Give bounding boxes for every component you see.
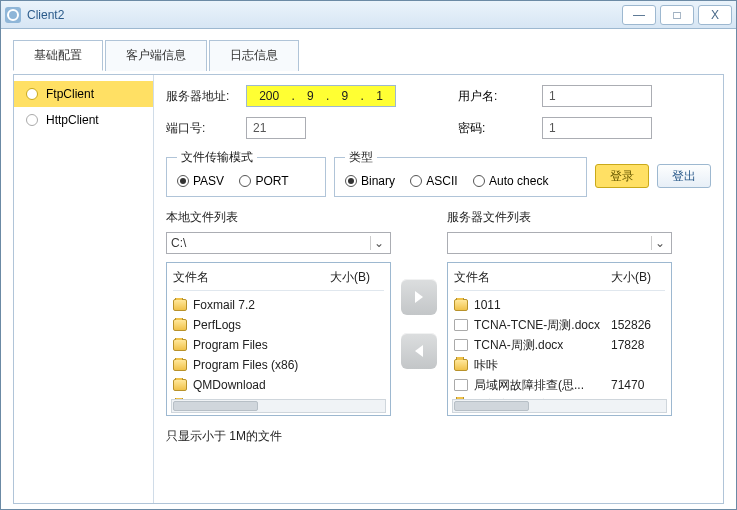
local-drive-combo[interactable]: C:\⌄ [166, 232, 391, 254]
minimize-button[interactable]: — [622, 5, 656, 25]
list-item[interactable]: TCNA-周测.docx17828 [454, 335, 665, 355]
tab-client-info[interactable]: 客户端信息 [105, 40, 207, 71]
maximize-button[interactable]: □ [660, 5, 694, 25]
file-icon [454, 339, 468, 351]
login-button[interactable]: 登录 [595, 164, 649, 188]
sidebar-item-httpclient[interactable]: HttpClient [14, 107, 153, 133]
list-item[interactable]: Foxmail 7.2 [173, 295, 384, 315]
username-label: 用户名: [458, 88, 506, 105]
local-list-column: 本地文件列表 C:\⌄ 文件名 大小(B) Foxmail 7.2PerfLog… [166, 209, 391, 416]
sidebar-dot-icon [26, 88, 38, 100]
logout-button[interactable]: 登出 [657, 164, 711, 188]
col-name: 文件名 [454, 269, 611, 286]
radio-pasv[interactable]: PASV [177, 174, 224, 188]
sidebar-item-label: FtpClient [46, 87, 94, 101]
folder-icon [173, 319, 187, 331]
col-size: 大小(B) [330, 269, 384, 286]
file-name: Program Files [193, 338, 268, 352]
server-label: 服务器地址: [166, 88, 246, 105]
radio-dot-icon [473, 175, 485, 187]
file-size: 17828 [611, 338, 665, 352]
sidebar-item-label: HttpClient [46, 113, 99, 127]
sidebar-dot-icon [26, 114, 38, 126]
sidebar-item-ftpclient[interactable]: FtpClient [14, 81, 153, 107]
file-name: Foxmail 7.2 [193, 298, 255, 312]
radio-binary[interactable]: Binary [345, 174, 395, 188]
file-name: PerfLogs [193, 318, 241, 332]
tab-basic-config[interactable]: 基础配置 [13, 40, 103, 71]
radio-dot-icon [239, 175, 251, 187]
list-item[interactable]: Program Files [173, 335, 384, 355]
upload-button[interactable] [401, 279, 437, 315]
list-item[interactable]: QMDownload [173, 375, 384, 395]
local-file-list: 文件名 大小(B) Foxmail 7.2PerfLogsProgram Fil… [166, 262, 391, 416]
footer-note: 只显示小于 1M的文件 [166, 428, 711, 445]
list-item[interactable]: 1011 [454, 295, 665, 315]
radio-dot-icon [177, 175, 189, 187]
folder-icon [173, 339, 187, 351]
radio-port[interactable]: PORT [239, 174, 288, 188]
chevron-down-icon: ⌄ [370, 236, 386, 250]
sidebar: FtpClient HttpClient [14, 75, 154, 503]
window-title: Client2 [27, 8, 64, 22]
col-size: 大小(B) [611, 269, 665, 286]
file-name: 咔咔 [474, 357, 498, 374]
app-window: Client2 — □ X 基础配置 客户端信息 日志信息 FtpClient … [0, 0, 737, 510]
folder-icon [173, 359, 187, 371]
content-pane: FtpClient HttpClient 服务器地址: 200. 9. 9. 1 [13, 74, 724, 504]
tabbar: 基础配置 客户端信息 日志信息 [13, 39, 724, 70]
app-icon [5, 7, 21, 23]
list-item[interactable]: Program Files (x86) [173, 355, 384, 375]
radio-ascii[interactable]: ASCII [410, 174, 457, 188]
password-label: 密码: [458, 120, 506, 137]
file-name: QMDownload [193, 378, 266, 392]
radio-dot-icon [410, 175, 422, 187]
port-input[interactable] [246, 117, 306, 139]
file-name: 1011 [474, 298, 501, 312]
type-legend: 类型 [345, 149, 377, 166]
file-size: 71470 [611, 378, 665, 392]
remote-file-list: 文件名 大小(B) 1011TCNA-TCNE-周测.docx152826TCN… [447, 262, 672, 416]
file-size: 152826 [611, 318, 665, 332]
col-name: 文件名 [173, 269, 330, 286]
transfer-mode-legend: 文件传输模式 [177, 149, 257, 166]
list-item[interactable]: PerfLogs [173, 315, 384, 335]
radio-auto[interactable]: Auto check [473, 174, 548, 188]
remote-list-column: 服务器文件列表 ⌄ 文件名 大小(B) 1011TCNA-TCNE-周测.doc… [447, 209, 672, 416]
radio-dot-icon [345, 175, 357, 187]
remote-hscroll[interactable] [452, 399, 667, 413]
download-button[interactable] [401, 333, 437, 369]
file-name: 局域网故障排查(思... [474, 377, 584, 394]
password-input[interactable] [542, 117, 652, 139]
list-item[interactable]: 咔咔 [454, 355, 665, 375]
tab-log-info[interactable]: 日志信息 [209, 40, 299, 71]
folder-icon [454, 359, 468, 371]
server-ip-input[interactable]: 200. 9. 9. 1 [246, 85, 396, 107]
remote-path-combo[interactable]: ⌄ [447, 232, 672, 254]
list-item[interactable]: TCNA-TCNE-周测.docx152826 [454, 315, 665, 335]
file-name: TCNA-周测.docx [474, 337, 563, 354]
file-icon [454, 379, 468, 391]
chevron-down-icon: ⌄ [651, 236, 667, 250]
remote-list-title: 服务器文件列表 [447, 209, 672, 226]
type-group: 类型 Binary ASCII Auto check [334, 149, 587, 197]
main-panel: 服务器地址: 200. 9. 9. 1 用户名: 端口号: [154, 75, 723, 503]
file-name: Program Files (x86) [193, 358, 298, 372]
username-input[interactable] [542, 85, 652, 107]
folder-icon [454, 299, 468, 311]
port-label: 端口号: [166, 120, 246, 137]
file-name: TCNA-TCNE-周测.docx [474, 317, 600, 334]
list-item[interactable]: 局域网故障排查(思...71470 [454, 375, 665, 395]
folder-icon [173, 299, 187, 311]
folder-icon [173, 379, 187, 391]
close-button[interactable]: X [698, 5, 732, 25]
titlebar: Client2 — □ X [1, 1, 736, 29]
transfer-mode-group: 文件传输模式 PASV PORT [166, 149, 326, 197]
file-icon [454, 319, 468, 331]
local-hscroll[interactable] [171, 399, 386, 413]
local-list-title: 本地文件列表 [166, 209, 391, 226]
